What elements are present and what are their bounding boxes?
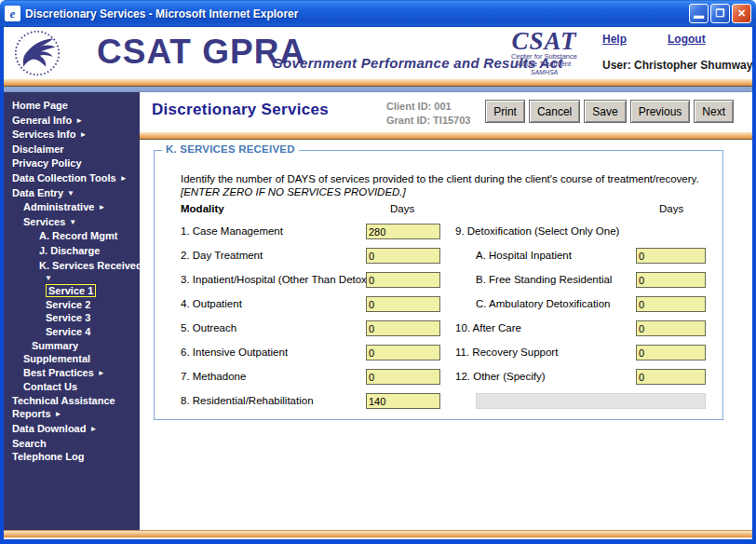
- fieldset-legend: K. SERVICES RECEIVED: [162, 143, 299, 155]
- sidebar-item-technical-assistance[interactable]: Technical Assistance: [4, 394, 140, 408]
- arrow-right-icon: ►: [98, 203, 105, 211]
- content-area: Discretionary Services Client ID: 001 Gr…: [140, 92, 752, 530]
- sidebar-nav: Home Page General Info► Services Info► D…: [4, 92, 140, 530]
- main-area: Home Page General Info► Services Info► D…: [4, 92, 752, 530]
- internet-explorer-icon: e: [5, 6, 20, 21]
- sidebar-item-contact-us[interactable]: Contact Us: [4, 380, 140, 394]
- outreach-days-input[interactable]: [366, 320, 440, 336]
- arrow-right-icon: ►: [79, 130, 87, 139]
- window-controls: ▬ ❐ ✕: [689, 4, 751, 23]
- csat-logo-text: CSAT: [500, 29, 588, 53]
- sidebar-item-record-mgmt[interactable]: A. Record Mgmt: [4, 229, 140, 244]
- instruction-text: Identify the number of DAYS of services …: [181, 173, 699, 184]
- case-management-days-input[interactable]: [366, 224, 440, 239]
- field-label: 11. Recovery Support: [455, 347, 558, 358]
- maximize-button[interactable]: ❐: [710, 4, 730, 23]
- field-label: B. Free Standing Residential: [476, 274, 612, 285]
- field-label: 12. Other (Specify): [455, 371, 546, 382]
- window-title: Discretionary Services - Microsoft Inter…: [25, 7, 689, 20]
- sidebar-item-privacy-policy[interactable]: Privacy Policy: [4, 156, 140, 171]
- sidebar-item-best-practices[interactable]: Best Practices►: [4, 366, 140, 381]
- sidebar-item-data-entry[interactable]: Data Entry▼: [4, 186, 140, 201]
- logout-link[interactable]: Logout: [668, 33, 706, 46]
- services-received-fieldset: K. SERVICES RECEIVED Identify the number…: [154, 150, 723, 420]
- orange-divider-content: [140, 132, 752, 140]
- csat-logo-sub2: Abuse Treatment: [500, 61, 588, 68]
- arrow-down-icon: ▼: [69, 218, 76, 226]
- other-days-input[interactable]: [636, 369, 706, 385]
- intensive-outpatient-days-input[interactable]: [366, 345, 440, 360]
- other-specify-input: [476, 393, 706, 409]
- print-button[interactable]: Print: [485, 100, 525, 123]
- methadone-days-input[interactable]: [366, 369, 440, 385]
- recovery-support-days-input[interactable]: [636, 345, 706, 360]
- inpatient-hospital-days-input[interactable]: [366, 272, 440, 288]
- instruction-note: [ENTER ZERO IF NO SERVICES PROVIDED.]: [181, 186, 406, 197]
- residential-rehabilitation-days-input[interactable]: [366, 393, 440, 409]
- arrow-right-icon: ►: [75, 116, 83, 125]
- sidebar-item-disclaimer[interactable]: Disclaimer: [4, 143, 140, 157]
- orange-divider-top: [4, 79, 752, 87]
- free-standing-residential-days-input[interactable]: [636, 272, 706, 288]
- logged-in-user: User: Christopher Shumway: [602, 59, 752, 72]
- arrow-right-icon: ►: [98, 369, 105, 377]
- day-treatment-days-input[interactable]: [366, 248, 440, 264]
- field-label: 7. Methadone: [181, 371, 246, 382]
- sidebar-item-home-page[interactable]: Home Page: [4, 99, 140, 114]
- sidebar-item-service-3[interactable]: Service 3: [4, 311, 140, 325]
- sidebar-item-reports[interactable]: Reports►: [4, 407, 140, 422]
- detoxification-group-label: 9. Detoxification (Select Only One): [455, 225, 619, 237]
- sidebar-item-search[interactable]: Search: [4, 437, 140, 451]
- previous-button[interactable]: Previous: [630, 100, 691, 123]
- app-banner: CSAT GPRA Government Performance and Res…: [4, 27, 752, 79]
- sidebar-item-service-1[interactable]: Service 1: [4, 284, 140, 298]
- window-frame: CSAT GPRA Government Performance and Res…: [0, 27, 756, 544]
- page-title: Discretionary Services: [152, 101, 329, 119]
- sidebar-item-services-received[interactable]: K. Services Received▼: [4, 259, 140, 285]
- arrow-right-icon: ►: [120, 174, 128, 183]
- days-header-left: Days: [390, 203, 414, 214]
- field-label: 5. Outreach: [181, 322, 236, 333]
- action-buttons: Print Cancel Save Previous Next: [485, 100, 734, 123]
- next-button[interactable]: Next: [694, 100, 734, 123]
- sidebar-item-discharge[interactable]: J. Discharge: [4, 244, 140, 259]
- sidebar-item-data-download[interactable]: Data Download►: [4, 422, 140, 437]
- sidebar-item-service-4[interactable]: Service 4: [4, 325, 140, 339]
- arrow-down-icon: ▼: [45, 272, 140, 284]
- hospital-inpatient-days-input[interactable]: [636, 248, 706, 264]
- samhsa-label: SAMHSA: [500, 68, 588, 76]
- field-label: A. Hospital Inpatient: [476, 250, 572, 261]
- sidebar-item-general-info[interactable]: General Info►: [4, 114, 140, 129]
- sidebar-item-administrative[interactable]: Administrative►: [4, 200, 140, 215]
- hhs-eagle-logo: [13, 29, 61, 81]
- minimize-button[interactable]: ▬: [689, 4, 709, 23]
- cancel-button[interactable]: Cancel: [529, 100, 580, 123]
- close-button[interactable]: ✕: [732, 4, 751, 23]
- field-label: 2. Day Treatment: [181, 250, 263, 261]
- window-titlebar[interactable]: e Discretionary Services - Microsoft Int…: [0, 0, 756, 27]
- after-care-days-input[interactable]: [636, 320, 706, 336]
- sidebar-item-service-2[interactable]: Service 2: [4, 298, 140, 312]
- field-label: 6. Intensive Outpatient: [181, 347, 288, 358]
- sidebar-item-services-info[interactable]: Services Info►: [4, 128, 140, 143]
- banner-links: Help Logout: [602, 33, 749, 46]
- sidebar-item-services[interactable]: Services▼: [4, 215, 140, 230]
- field-label: 8. Residential/Rehabilitation: [181, 395, 314, 406]
- sidebar-item-supplemental[interactable]: Supplemental: [4, 352, 140, 366]
- field-label: 10. After Care: [455, 322, 521, 333]
- field-label: 3. Inpatient/Hospital (Other Than Detox): [181, 274, 371, 285]
- help-link[interactable]: Help: [602, 33, 627, 46]
- grant-id: Grant ID: TI15703: [386, 114, 470, 128]
- days-header-right: Days: [659, 203, 683, 214]
- save-button[interactable]: Save: [584, 100, 626, 123]
- sidebar-item-data-collection-tools[interactable]: Data Collection Tools►: [4, 171, 140, 186]
- modality-header: Modality: [181, 203, 224, 214]
- field-label: 4. Outpatient: [181, 298, 242, 309]
- sidebar-item-telephone-log[interactable]: Telephone Log: [4, 450, 140, 464]
- ambulatory-detoxification-days-input[interactable]: [636, 296, 706, 312]
- sidebar-item-summary[interactable]: Summary: [4, 339, 140, 353]
- client-grant-ids: Client ID: 001 Grant ID: TI15703: [386, 100, 470, 128]
- arrow-right-icon: ►: [55, 410, 62, 418]
- client-id: Client ID: 001: [386, 100, 470, 114]
- outpatient-days-input[interactable]: [366, 296, 440, 312]
